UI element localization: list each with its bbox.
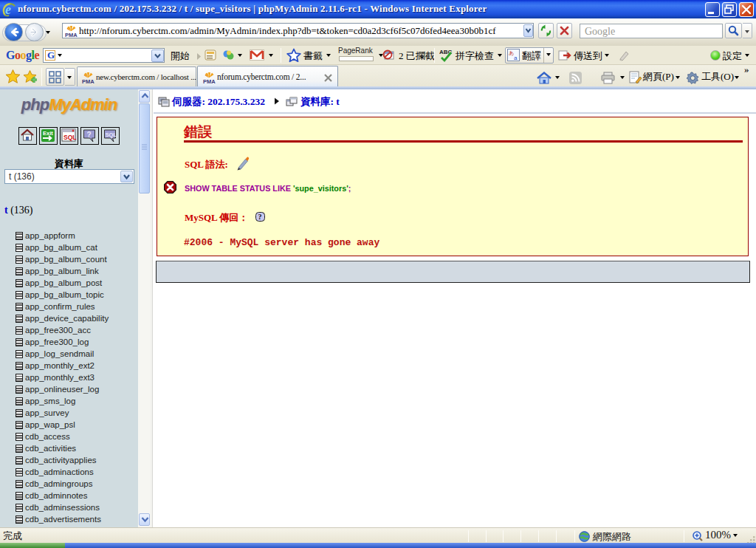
svg-text:PMA: PMA: [82, 78, 94, 84]
svg-text:PMA: PMA: [65, 32, 78, 38]
svg-text:?: ?: [258, 213, 262, 221]
svg-text:a: a: [514, 55, 518, 61]
svg-text:PMA: PMA: [203, 78, 216, 84]
